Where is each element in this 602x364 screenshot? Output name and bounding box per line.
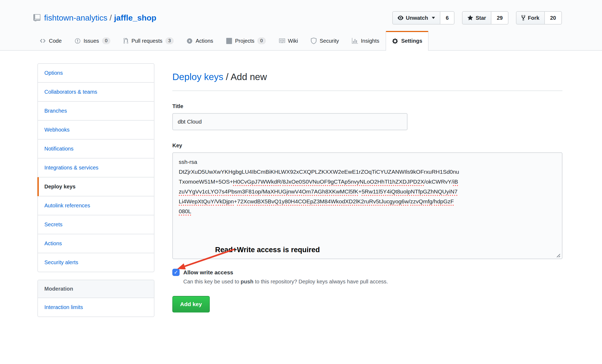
shield-icon [311, 38, 317, 44]
settings-content: OptionsCollaborators & teamsBranchesWebh… [0, 51, 602, 317]
tab-label: Pull requests [131, 38, 162, 44]
key-segment: TxomoeW51M+5OS+ [179, 179, 233, 185]
misspelled-segment: 72XcwdBX5BvQ1y80H4COEpZ3M84WkodXD2lK2ruR… [237, 198, 409, 204]
social-buttons: Unwatch6Star29Fork20 [392, 11, 562, 25]
tab-wiki[interactable]: Wiki [272, 31, 305, 50]
tab-counter: 0 [102, 37, 110, 44]
repo-name-link[interactable]: jaffle_shop [114, 13, 156, 22]
tab-label: Insights [361, 38, 379, 44]
allow-write-access-row: ✓ Allow write access [172, 269, 562, 276]
star-label: Star [476, 15, 486, 21]
tab-label: Security [320, 38, 339, 44]
key-form-lower: ssh-rsaDtZjrXuD5UwXwYKHgbgLU4IbCmBiKHLWX… [172, 152, 562, 312]
tab-label: Code [49, 38, 62, 44]
unwatch-button-group: Unwatch6 [392, 11, 455, 25]
tab-label: Issues [84, 38, 99, 44]
tab-label: Settings [401, 38, 422, 44]
title-field-label: Title [172, 103, 562, 109]
key-line: 080L [179, 206, 556, 216]
misspelled-segment: iB [453, 179, 458, 185]
moderation-header: Moderation [38, 280, 154, 298]
tab-security[interactable]: Security [304, 31, 345, 50]
misspelled-segment: VkDjpn [216, 198, 234, 204]
gear-icon [392, 38, 398, 44]
star-button[interactable]: Star [462, 11, 491, 25]
repo-icon [33, 14, 41, 22]
sidebar-item-notifications[interactable]: Notifications [38, 140, 154, 159]
misspelled-segment: zzvQmfg [410, 198, 432, 204]
tab-settings[interactable]: Settings [386, 31, 429, 51]
sidebar-item-branches[interactable]: Branches [38, 102, 154, 121]
fork-count[interactable]: 20 [545, 11, 562, 25]
allow-write-access-checkbox[interactable]: ✓ [172, 269, 180, 276]
fork-button-group: Fork20 [516, 11, 562, 25]
title-input[interactable] [172, 113, 407, 130]
misspelled-segment: Li4WepXtQuY [179, 198, 214, 204]
key-line: Li4WepXtQuY/VkDjpn+72XcwdBX5BvQ1y80H4COE… [179, 196, 556, 206]
misspelled-segment: 8JxOe0S0VNuOF9gCTAp5nvyNLoO2HhTl1hZXDJPD… [283, 179, 424, 185]
repo-title-row: fishtown-analytics / jaffle_shop Unwatch… [0, 0, 602, 31]
breadcrumb-current: Add new [231, 72, 267, 82]
tab-projects[interactable]: Projects0 [220, 31, 272, 50]
key-segment: /okCWRvY/ [424, 179, 453, 185]
fork-button[interactable]: Fork [516, 11, 545, 25]
key-segment: DtZjrXuD5UwXwYKHgbgLU4IbCmBiKHLWX92xCXQP… [179, 169, 459, 175]
sidebar-item-autolink-references[interactable]: Autolink references [38, 196, 154, 215]
repo-breadcrumb: fishtown-analytics / jaffle_shop [33, 13, 156, 22]
key-segment: + [234, 198, 237, 204]
repo-separator: / [107, 13, 114, 22]
sidebar-item-options[interactable]: Options [38, 64, 154, 83]
star-button-group: Star29 [462, 11, 508, 25]
sidebar-item-interaction-limits[interactable]: Interaction limits [38, 298, 154, 316]
add-key-button[interactable]: Add key [172, 296, 210, 312]
tab-pull-requests[interactable]: Pull requests3 [117, 31, 180, 50]
tab-actions[interactable]: Actions [180, 31, 220, 50]
sidebar-item-secrets[interactable]: Secrets [38, 215, 154, 234]
caret-down-icon [432, 17, 435, 19]
breadcrumb-separator: / [223, 72, 231, 82]
unwatch-count[interactable]: 6 [440, 11, 455, 25]
repo-nav-tabs: CodeIssues0Pull requests3ActionsProjects… [0, 31, 602, 50]
tab-insights[interactable]: Insights [345, 31, 386, 50]
code-icon [40, 38, 46, 44]
annotation-read-write-required: Read+Write access is required [215, 246, 320, 254]
tab-label: Actions [196, 38, 213, 44]
repo-header: fishtown-analytics / jaffle_shop Unwatch… [0, 0, 602, 51]
unwatch-button[interactable]: Unwatch [392, 11, 440, 25]
key-field-label: Key [172, 143, 562, 149]
sidebar-item-webhooks[interactable]: Webhooks [38, 121, 154, 140]
fork-icon [521, 15, 525, 21]
deploy-keys-panel: Deploy keys / Add new Title Key ssh-rsaD… [172, 63, 562, 312]
deploy-keys-breadcrumb-link[interactable]: Deploy keys [172, 72, 223, 82]
sidebar-item-deploy-keys[interactable]: Deploy keys [38, 177, 154, 196]
checkmark-icon: ✓ [174, 269, 178, 275]
misspelled-segment: 5Rw11l5Y4iQt8uolpNTfpGZhNQUyiN7 [362, 188, 457, 195]
misspelled-segment: MaXHUGjnwV4Om7AGh8XKwMCl5fK [263, 188, 358, 195]
allow-write-access-description: Can this key be used to push to this rep… [183, 279, 562, 285]
key-segment: + [358, 188, 362, 195]
key-segment: ssh-rsa [179, 159, 197, 165]
key-textarea[interactable]: ssh-rsaDtZjrXuD5UwXwYKHgbgLU4IbCmBiKHLWX… [172, 152, 562, 259]
project-icon [226, 38, 232, 44]
resize-handle-icon[interactable] [554, 251, 561, 257]
key-line: DtZjrXuD5UwXwYKHgbgLU4IbCmBiKHLWX92xCXQP… [179, 167, 556, 177]
tab-issues[interactable]: Issues0 [68, 31, 117, 50]
repo-owner-link[interactable]: fishtown-analytics [44, 13, 107, 22]
sidebar-item-integrations-services[interactable]: Integrations & services [38, 159, 154, 177]
divider [172, 90, 562, 91]
tab-label: Wiki [288, 38, 298, 44]
star-count[interactable]: 29 [491, 11, 508, 25]
settings-sidebar: OptionsCollaborators & teamsBranchesWebh… [37, 63, 154, 317]
allow-write-access-label[interactable]: Allow write access [183, 269, 233, 276]
sidebar-item-collaborators-teams[interactable]: Collaborators & teams [38, 83, 154, 102]
misspelled-segment: 080L [179, 208, 191, 214]
book-icon [279, 38, 285, 44]
play-icon [187, 38, 193, 44]
star-icon [467, 15, 473, 21]
tab-code[interactable]: Code [33, 31, 68, 50]
sidebar-item-actions[interactable]: Actions [38, 234, 154, 253]
tab-counter: 3 [165, 37, 174, 44]
key-line: ssh-rsa [179, 157, 556, 167]
github-settings-page: fishtown-analytics / jaffle_shop Unwatch… [0, 0, 602, 364]
sidebar-item-security-alerts[interactable]: Security alerts [38, 253, 154, 272]
